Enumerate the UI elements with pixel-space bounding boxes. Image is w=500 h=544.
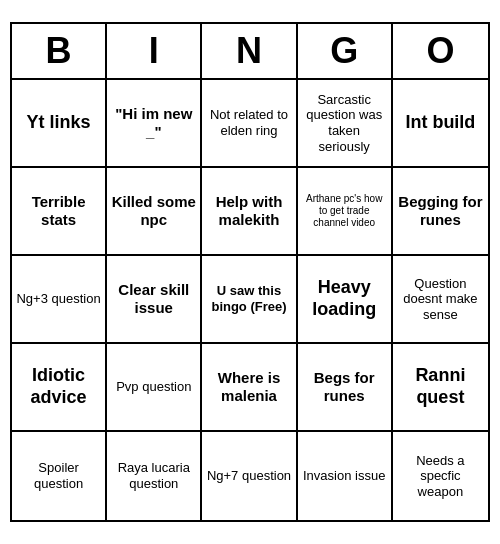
bingo-cell-21: Raya lucaria question [107, 432, 202, 520]
bingo-letter-b: B [12, 24, 107, 78]
bingo-cell-24: Needs a specfic weapon [393, 432, 488, 520]
bingo-cell-20: Spoiler question [12, 432, 107, 520]
bingo-card: BINGO Yt links"Hi im new _"Not related t… [10, 22, 490, 522]
bingo-cell-12: U saw this bingo (Free) [202, 256, 297, 344]
bingo-cell-8: Arthane pc's how to get trade channel vi… [298, 168, 393, 256]
bingo-letter-i: I [107, 24, 202, 78]
bingo-cell-22: Ng+7 question [202, 432, 297, 520]
bingo-cell-1: "Hi im new _" [107, 80, 202, 168]
bingo-cell-15: Idiotic advice [12, 344, 107, 432]
bingo-cell-6: Killed some npc [107, 168, 202, 256]
bingo-cell-19: Ranni quest [393, 344, 488, 432]
bingo-cell-9: Begging for runes [393, 168, 488, 256]
bingo-cell-17: Where is malenia [202, 344, 297, 432]
bingo-cell-11: Clear skill issue [107, 256, 202, 344]
bingo-cell-3: Sarcastic question was taken seriously [298, 80, 393, 168]
bingo-cell-5: Terrible stats [12, 168, 107, 256]
bingo-cell-18: Begs for runes [298, 344, 393, 432]
bingo-cell-23: Invasion issue [298, 432, 393, 520]
bingo-letter-n: N [202, 24, 297, 78]
bingo-cell-10: Ng+3 question [12, 256, 107, 344]
bingo-cell-7: Help with malekith [202, 168, 297, 256]
bingo-header: BINGO [12, 24, 488, 80]
bingo-cell-13: Heavy loading [298, 256, 393, 344]
bingo-cell-14: Question doesnt make sense [393, 256, 488, 344]
bingo-cell-0: Yt links [12, 80, 107, 168]
bingo-cell-2: Not related to elden ring [202, 80, 297, 168]
bingo-grid: Yt links"Hi im new _"Not related to elde… [12, 80, 488, 520]
bingo-cell-4: Int build [393, 80, 488, 168]
bingo-cell-16: Pvp question [107, 344, 202, 432]
bingo-letter-o: O [393, 24, 488, 78]
bingo-letter-g: G [298, 24, 393, 78]
